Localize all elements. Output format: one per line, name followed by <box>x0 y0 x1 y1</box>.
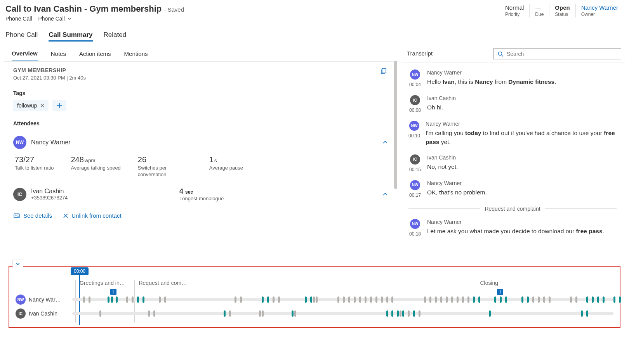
transcript-turn[interactable]: NW00:17Nancy WarnerOK, that's no problem… <box>408 180 617 198</box>
timeline-tick <box>262 296 264 303</box>
close-icon[interactable] <box>40 103 45 108</box>
chevron-up-icon[interactable] <box>382 139 388 146</box>
track-nancy[interactable]: 11 <box>72 298 613 301</box>
speaker-name: Nancy Warner <box>426 121 617 127</box>
utterance-text: Let me ask you what made you decide to d… <box>427 227 604 236</box>
timeline-tick <box>400 310 401 317</box>
subtab-action-items[interactable]: Action items <box>79 50 111 61</box>
attendee-nancy-header[interactable]: NW Nancy Warner <box>13 132 388 153</box>
timeline-panel: 00:00 Greetings and in… Request and com…… <box>9 266 620 328</box>
status-cell[interactable]: Open Status <box>549 4 575 17</box>
overview-title: GYM MEMBERSHIP <box>13 67 388 73</box>
copy-icon[interactable] <box>380 67 387 75</box>
timeline-tick <box>613 296 615 303</box>
transcript-title: Transcript <box>407 50 433 61</box>
timeline-tick <box>316 296 318 303</box>
stat-talk-listen: 73/27 Talk to listen ratio <box>15 155 54 178</box>
transcript-body[interactable]: NW00:04Nancy WarnerHello Ivan, this is N… <box>401 62 625 263</box>
timeline-tick <box>586 296 588 303</box>
timeline-tick <box>375 296 377 303</box>
utterance-text: Hello Ivan, this is Nancy from Dynamic f… <box>427 77 556 86</box>
tag-followup[interactable]: followup <box>13 100 49 111</box>
add-tag-button[interactable] <box>52 100 66 111</box>
page-title-text: Call to Ivan Cashin - Gym membership <box>5 4 162 14</box>
sub-tabs: Overview Notes Action items Mentions <box>4 47 398 62</box>
transcript-turn[interactable]: NW00:10Nancy WarnerI'm calling you today… <box>408 121 617 147</box>
chevron-down-icon[interactable] <box>67 16 72 21</box>
timeline-tick <box>603 296 605 303</box>
content-split: Overview Notes Action items Mentions GYM… <box>0 45 629 263</box>
chevron-up-icon[interactable] <box>382 191 388 198</box>
timeline-tick <box>570 296 572 303</box>
timeline-tick <box>89 296 90 303</box>
tab-call-summary[interactable]: Call Summary <box>49 31 92 42</box>
timeline-mention-badge[interactable]: 1 <box>497 289 503 295</box>
utterance-text: OK, that's no problem. <box>427 188 487 197</box>
breadcrumb-first[interactable]: Phone Call <box>5 16 32 22</box>
timeline-tick <box>592 296 594 303</box>
timeline-tick <box>116 296 118 303</box>
timeline-mention-badge[interactable]: 1 <box>110 289 116 295</box>
transcript-turn[interactable]: IC00:08Ivan CashinOh hi. <box>408 95 617 113</box>
timeline-tick <box>267 296 269 303</box>
transcript-turn[interactable]: NW00:04Nancy WarnerHello Ivan, this is N… <box>408 69 617 87</box>
scrollbar-thumb[interactable] <box>394 61 397 189</box>
search-input[interactable] <box>507 51 617 57</box>
timeline-tick <box>586 310 588 317</box>
stats-row: 73/27 Talk to listen ratio 248wpm Averag… <box>13 153 388 183</box>
page-title: Call to Ivan Cashin - Gym membership - S… <box>5 4 184 14</box>
timeline-tick <box>478 296 480 303</box>
timeline-tick <box>359 296 361 303</box>
track-ivan[interactable] <box>72 312 613 315</box>
unlink-contact-link[interactable]: Unlink from contact <box>63 212 121 219</box>
timeline-tick <box>489 310 491 317</box>
avatar-ic: IC <box>13 188 26 201</box>
subtab-overview[interactable]: Overview <box>12 50 38 61</box>
scrollbar[interactable] <box>394 61 398 263</box>
timeline-tick <box>549 296 551 303</box>
see-details-link[interactable]: See details <box>13 212 52 219</box>
timeline-tick <box>132 296 134 303</box>
timeline-tick <box>148 310 150 317</box>
timeline-tick <box>137 296 139 303</box>
subtab-mentions[interactable]: Mentions <box>124 50 148 61</box>
timeline-tick <box>419 310 420 317</box>
priority-cell[interactable]: Normal Priority <box>500 4 529 17</box>
timeline-tick <box>457 296 459 303</box>
tab-related[interactable]: Related <box>104 31 127 42</box>
timeline-tick <box>462 296 464 303</box>
attendee-ivan[interactable]: IC Ivan Cashin +353892678274 4 sec Longe… <box>13 183 388 201</box>
transcript-turn[interactable]: NW00:18Nancy WarnerLet me ask you what m… <box>408 219 617 237</box>
timeline-tick <box>402 310 404 317</box>
avatar: NW <box>410 69 420 80</box>
breadcrumb: Phone Call · Phone Call <box>5 16 184 22</box>
timeline-tick <box>408 310 410 317</box>
subtab-notes[interactable]: Notes <box>51 50 66 61</box>
timeline-collapse-button[interactable] <box>12 260 23 268</box>
timeline-tick <box>397 310 399 317</box>
timeline-tick <box>467 296 469 303</box>
timeline-speaker-ivan: IC Ivan Cashin <box>16 309 68 319</box>
timeline-tick <box>224 310 226 317</box>
timeline-tick <box>310 296 312 303</box>
transcript-turn[interactable]: IC00:15Ivan CashinNo, not yet. <box>408 154 617 172</box>
transcript-header: Transcript <box>401 45 625 62</box>
timeline-tick <box>527 296 529 303</box>
timeline-tick <box>391 296 393 303</box>
timeline-tick <box>494 296 496 303</box>
due-cell[interactable]: --- Due <box>529 4 549 17</box>
timeline-tick <box>262 310 264 317</box>
overview-pane: Overview Notes Action items Mentions GYM… <box>4 45 398 263</box>
timeline-tick <box>83 296 85 303</box>
timeline-tick <box>451 296 453 303</box>
search-box[interactable] <box>493 49 621 59</box>
owner-cell[interactable]: Nancy Warner Owner <box>575 4 624 17</box>
avatar: IC <box>410 95 420 105</box>
avatar: NW <box>410 219 420 229</box>
avatar-ic-small: IC <box>16 309 26 319</box>
tab-phone-call[interactable]: Phone Call <box>5 31 38 42</box>
breadcrumb-second[interactable]: Phone Call <box>38 16 65 22</box>
timeline-tick <box>240 296 242 303</box>
timeline-tick <box>538 296 540 303</box>
timeline-tick <box>229 310 231 317</box>
